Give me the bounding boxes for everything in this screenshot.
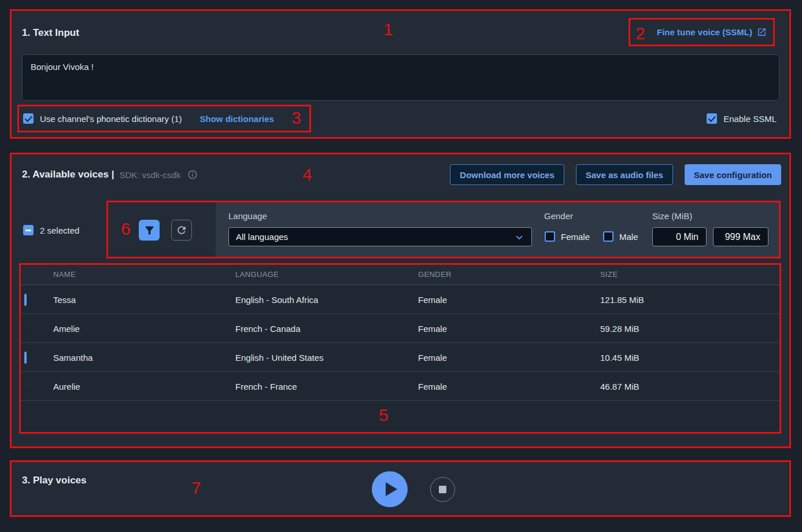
play-icon: [386, 482, 397, 496]
voice-checkbox-cell: [19, 353, 53, 363]
save-configuration-button[interactable]: Save configuration: [685, 164, 781, 185]
male-label: Male: [619, 232, 638, 242]
voices-table-body: TessaEnglish - South AfricaFemale121.85 …: [19, 285, 781, 401]
sdk-label: SDK: vsdk-csdk: [119, 170, 180, 180]
voice-gender: Female: [418, 353, 600, 363]
voices-table-header-row: NAMELANGUAGEGENDERSIZE: [19, 264, 781, 285]
text-input-section: 1. Text Input Fine tune voice (SSML) Bon…: [12, 12, 789, 138]
size-min-input[interactable]: 0 Min: [652, 227, 707, 246]
voice-gender: Female: [418, 324, 600, 334]
female-checkbox[interactable]: [545, 231, 555, 242]
male-checkbox[interactable]: [603, 231, 613, 242]
voice-size: 46.87 MiB: [600, 382, 781, 391]
selection-summary: 2 selected: [23, 225, 79, 235]
language-filter-label: Language: [228, 211, 267, 221]
voice-language: French - Canada: [235, 324, 418, 334]
voice-row-checkbox[interactable]: [24, 352, 27, 364]
enable-ssml-row: Enable SSML: [707, 113, 777, 124]
phonetic-dictionary-row: Use channel's phonetic dictionary (1) Sh…: [23, 113, 274, 124]
stop-icon: [439, 486, 446, 493]
voices-table-header: NAMELANGUAGEGENDERSIZE: [19, 264, 781, 285]
language-dropdown-value: All languages: [236, 232, 513, 242]
voice-name: Samantha: [53, 353, 235, 363]
voices-header: 2. Available voices | SDK: vsdk-csdk Dow…: [22, 164, 781, 185]
voice-row-aurelie[interactable]: AurelieFrench - FranceFemale46.87 MiB: [19, 372, 781, 401]
use-dictionary-label: Use channel's phonetic dictionary (1): [40, 114, 182, 124]
female-label: Female: [561, 232, 590, 242]
voices-title: 2. Available voices |: [22, 169, 114, 180]
play-voices-title: 3. Play voices: [22, 474, 87, 487]
text-input-title: 1. Text Input: [22, 27, 79, 39]
voice-size: 10.45 MiB: [600, 353, 781, 363]
voice-row-amelie[interactable]: AmelieFrench - CanadaFemale59.28 MiB: [19, 314, 781, 343]
play-button[interactable]: [372, 471, 408, 507]
download-more-voices-button[interactable]: Download more voices: [450, 164, 564, 185]
voice-language: English - South Africa: [235, 295, 418, 305]
voice-row-checkbox[interactable]: [24, 294, 27, 306]
column-header-name: NAME: [53, 270, 235, 279]
stop-button[interactable]: [430, 477, 455, 502]
filter-toolbar: Language All languages Gender Female Mal…: [216, 202, 780, 257]
refresh-icon: [176, 224, 187, 236]
select-all-checkbox[interactable]: [23, 225, 34, 235]
save-as-audio-files-button[interactable]: Save as audio files: [576, 164, 673, 185]
voice-row-samantha[interactable]: SamanthaEnglish - United StatesFemale10.…: [19, 343, 781, 372]
selected-count-label: 2 selected: [40, 226, 79, 235]
voice-gender: Female: [418, 382, 600, 391]
voice-row-tessa[interactable]: TessaEnglish - South AfricaFemale121.85 …: [19, 285, 781, 314]
chevron-down-icon: [513, 231, 526, 243]
voice-checkbox-cell: [19, 295, 53, 305]
voice-size: 59.28 MiB: [600, 324, 781, 334]
voices-table: NAMELANGUAGEGENDERSIZE TessaEnglish - So…: [19, 264, 781, 434]
column-header-language: LANGUAGE: [235, 270, 418, 279]
column-header-size: SIZE: [600, 270, 781, 279]
filter-button[interactable]: [139, 220, 160, 241]
size-filter-label: Size (MiB): [652, 211, 692, 221]
voice-gender: Female: [418, 295, 600, 305]
gender-filter-label: Gender: [544, 211, 573, 221]
enable-ssml-checkbox[interactable]: [707, 113, 717, 124]
show-dictionaries-link[interactable]: Show dictionaries: [200, 114, 274, 124]
fine-tune-voice-link[interactable]: Fine tune voice (SSML): [657, 27, 767, 37]
play-voices-section: 3. Play voices: [12, 462, 789, 516]
gender-male-option: Male: [603, 231, 638, 242]
voice-language: French - France: [235, 382, 418, 391]
text-input-textarea[interactable]: Bonjour Vivoka !: [22, 54, 779, 101]
fine-tune-voice-label: Fine tune voice (SSML): [657, 27, 752, 37]
voice-name: Aurelie: [53, 382, 235, 391]
column-header-gender: GENDER: [418, 270, 600, 279]
gender-female-option: Female: [545, 231, 590, 242]
voice-size: 121.85 MiB: [600, 295, 781, 305]
available-voices-section: 2. Available voices | SDK: vsdk-csdk Dow…: [12, 154, 789, 446]
language-dropdown[interactable]: All languages: [228, 227, 532, 246]
voice-name: Amelie: [53, 324, 235, 334]
refresh-button[interactable]: [171, 220, 192, 241]
filter-funnel-icon: [143, 224, 156, 237]
use-dictionary-checkbox[interactable]: [23, 113, 34, 124]
info-icon[interactable]: [187, 169, 198, 180]
voice-name: Tessa: [53, 295, 235, 305]
enable-ssml-label: Enable SSML: [723, 114, 777, 124]
size-max-input[interactable]: 999 Max: [713, 227, 768, 246]
external-link-icon: [757, 27, 767, 37]
voice-language: English - United States: [235, 353, 418, 363]
